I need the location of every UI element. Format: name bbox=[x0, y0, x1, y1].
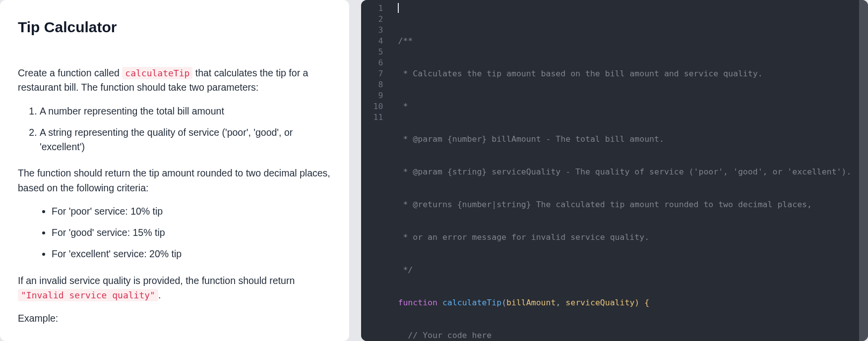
list-item: For 'poor' service: 10% tip bbox=[52, 204, 331, 219]
intro-function-name-code: calculateTip bbox=[122, 67, 192, 79]
line-number: 8 bbox=[365, 79, 383, 90]
intro-text-pre: Create a function called bbox=[18, 67, 122, 78]
code-line: /** bbox=[398, 36, 413, 46]
text-cursor bbox=[398, 3, 399, 13]
line-number-gutter: 1234567891011 bbox=[361, 0, 388, 341]
list-item: A number representing the total bill amo… bbox=[40, 104, 331, 118]
line-number: 1 bbox=[365, 3, 383, 14]
code-line: */ bbox=[398, 265, 413, 275]
punct: ( bbox=[501, 298, 506, 307]
line-number: 11 bbox=[365, 112, 383, 123]
editor-panel: 1234567891011 /** * Calculates the tip a… bbox=[361, 0, 868, 341]
code-line: * bbox=[398, 102, 408, 111]
criteria-list: For 'poor' service: 10% tip For 'good' s… bbox=[52, 204, 331, 262]
punct: ) bbox=[634, 298, 639, 307]
line-number: 9 bbox=[365, 90, 383, 101]
param: serviceQuality bbox=[565, 298, 634, 307]
code-line: * @param {string} serviceQuality - The q… bbox=[398, 167, 851, 176]
invalid-text-post: . bbox=[158, 289, 161, 300]
punct: , bbox=[556, 298, 565, 307]
list-item: For 'excellent' service: 20% tip bbox=[52, 247, 331, 261]
example-label: Example: bbox=[18, 311, 331, 326]
line-number: 6 bbox=[365, 57, 383, 68]
return-description: The function should return the tip amoun… bbox=[18, 166, 331, 195]
parameters-list: A number representing the total bill amo… bbox=[40, 104, 331, 155]
line-number: 2 bbox=[365, 14, 383, 25]
code-line: * Calculates the tip amount based on the… bbox=[398, 69, 762, 78]
line-number: 10 bbox=[365, 101, 383, 112]
invalid-description: If an invalid service quality is provide… bbox=[18, 274, 331, 303]
keyword: function bbox=[398, 298, 437, 307]
code-line: * or an error message for invalid servic… bbox=[398, 232, 649, 242]
line-number: 4 bbox=[365, 36, 383, 47]
line-number: 7 bbox=[365, 68, 383, 79]
line-number: 3 bbox=[365, 25, 383, 36]
invalid-text-pre: If an invalid service quality is provide… bbox=[18, 275, 295, 286]
code-line: // Your code here bbox=[398, 331, 492, 340]
brace: { bbox=[639, 298, 649, 307]
line-number: 5 bbox=[365, 47, 383, 57]
code-line: * @param {number} billAmount - The total… bbox=[398, 134, 664, 144]
code-line: function calculateTip(billAmount, servic… bbox=[398, 297, 859, 308]
invalid-return-code: "Invalid service quality" bbox=[18, 289, 158, 301]
problem-intro: Create a function called calculateTip th… bbox=[18, 66, 331, 95]
code-line: * @returns {number|string} The calculate… bbox=[398, 200, 811, 209]
problem-description-panel: Tip Calculator Create a function called … bbox=[0, 0, 349, 341]
list-item: A string representing the quality of ser… bbox=[40, 125, 331, 155]
code-editor[interactable]: 1234567891011 /** * Calculates the tip a… bbox=[361, 0, 868, 341]
list-item: For 'good' service: 15% tip bbox=[52, 226, 331, 240]
param: billAmount bbox=[506, 298, 556, 307]
problem-title: Tip Calculator bbox=[18, 16, 331, 38]
function-name: calculateTip bbox=[442, 298, 501, 307]
code-area[interactable]: /** * Calculates the tip amount based on… bbox=[388, 0, 859, 341]
